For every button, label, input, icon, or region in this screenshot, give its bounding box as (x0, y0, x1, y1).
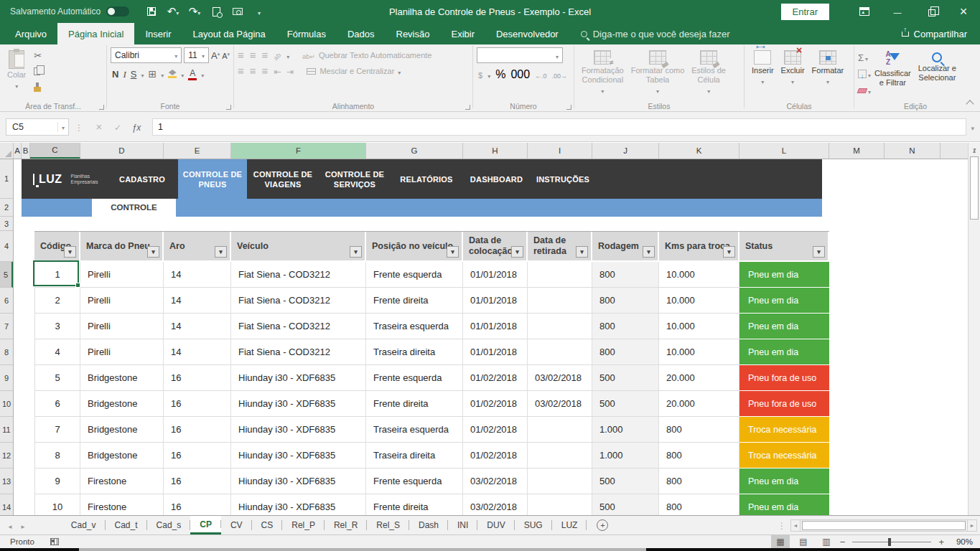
cell-veiculo[interactable]: Hiunday i30 - XDF6835 (231, 494, 366, 515)
row-header-4[interactable]: 4 (0, 231, 13, 262)
cell-posicao[interactable]: Frente direita (366, 494, 463, 515)
new-sheet-button[interactable] (597, 519, 608, 531)
vertical-scrollbar[interactable] (968, 143, 980, 515)
filter-dropdown-button[interactable] (643, 246, 655, 258)
sheet-tab-rel-p[interactable]: Rel_P (282, 516, 325, 534)
cell-marca[interactable]: Bridgestone (80, 391, 164, 417)
cell-colocacao[interactable]: 03/02/2018 (463, 468, 528, 494)
align-middle-button[interactable] (250, 49, 256, 62)
cell-posicao[interactable]: Frente esquerda (366, 262, 463, 288)
cell-kms[interactable]: 10.000 (659, 262, 739, 288)
cell-kms[interactable]: 10.000 (659, 339, 739, 365)
share-button[interactable]: Compartilhar (902, 23, 980, 44)
name-box[interactable]: C5 (6, 118, 69, 136)
row-header-5[interactable]: 5 (0, 262, 13, 288)
status-badge[interactable]: Troca necessária (739, 443, 829, 468)
cell-retirada[interactable] (528, 494, 592, 515)
cell-retirada[interactable] (528, 417, 592, 443)
status-badge[interactable]: Pneu fora de uso (739, 365, 829, 391)
cell-marca[interactable]: Bridgestone (80, 443, 164, 468)
cell-veiculo[interactable]: Fiat Siena - COD3212 (231, 339, 366, 365)
column-header-D[interactable]: D (80, 143, 164, 159)
cell-rodagem[interactable]: 800 (592, 288, 659, 314)
filter-dropdown-button[interactable] (576, 246, 588, 258)
chevron-down-icon[interactable] (181, 67, 184, 80)
italic-button[interactable] (123, 67, 126, 80)
align-right-button[interactable] (262, 65, 269, 77)
customize-qat-button[interactable] (250, 3, 269, 20)
insert-function-button[interactable] (128, 118, 145, 136)
tell-me-search[interactable]: Diga-me o que você deseja fazer (581, 23, 730, 44)
cell-posicao[interactable]: Traseira direita (366, 339, 463, 365)
bold-button[interactable] (112, 67, 118, 80)
underline-button[interactable] (131, 67, 137, 80)
restore-button[interactable] (914, 0, 947, 23)
sheet-tab-dash[interactable]: Dash (409, 516, 448, 534)
zoom-slider[interactable] (852, 542, 931, 542)
undo-dropdown-icon[interactable] (176, 5, 179, 18)
zoom-level[interactable]: 90% (948, 537, 973, 546)
column-header-J[interactable]: J (592, 143, 659, 159)
ribbon-tab-dados[interactable]: Dados (337, 23, 386, 44)
cell-veiculo[interactable]: Hiunday i30 - XDF6835 (231, 468, 366, 494)
cell-retirada[interactable] (528, 443, 592, 468)
column-header-F[interactable]: F (231, 143, 366, 159)
vertical-scroll-thumb[interactable] (970, 156, 979, 220)
cell-posicao[interactable]: Frente esquerda (366, 365, 463, 391)
cell-retirada[interactable]: 03/02/2018 (528, 365, 592, 391)
align-center-button[interactable] (250, 65, 256, 77)
cell-colocacao[interactable]: 01/01/2018 (463, 314, 528, 339)
cell-kms[interactable]: 800 (659, 494, 739, 515)
cell-marca[interactable]: Bridgestone (80, 365, 164, 391)
cell-retirada[interactable] (528, 339, 592, 365)
redo-dropdown-icon[interactable] (197, 5, 200, 18)
clear-button[interactable] (858, 83, 871, 98)
sheet-tab-ini[interactable]: INI (448, 516, 477, 534)
dialog-launcher-icon[interactable] (99, 105, 104, 110)
close-button[interactable] (947, 0, 980, 23)
previous-sheet-icon[interactable] (7, 519, 13, 532)
cell-marca[interactable]: Pirelli (80, 339, 164, 365)
status-badge[interactable]: Pneu em dia (739, 288, 829, 314)
cell-kms[interactable]: 10.000 (659, 314, 739, 339)
autosave-toggle[interactable] (106, 6, 129, 17)
chevron-down-icon[interactable] (141, 67, 144, 80)
wrap-text-button[interactable]: Quebrar Texto Automaticamente (302, 49, 431, 62)
dialog-launcher-icon[interactable] (465, 105, 470, 110)
camera-button[interactable] (228, 3, 247, 20)
row-header-12[interactable]: 12 (0, 443, 13, 468)
cell-marca[interactable]: Firestone (80, 468, 164, 494)
status-badge[interactable]: Pneu em dia (739, 314, 829, 339)
cell-rodagem[interactable]: 800 (592, 339, 659, 365)
row-header-7[interactable]: 7 (0, 314, 13, 339)
column-header-G[interactable]: G (366, 143, 463, 159)
cell-aro[interactable]: 16 (164, 391, 231, 417)
confirm-entry-button[interactable] (109, 118, 126, 136)
select-all-corner[interactable] (0, 143, 14, 159)
row-header-8[interactable]: 8 (0, 339, 13, 365)
sign-in-button[interactable]: Entrar (781, 4, 829, 20)
cell-colocacao[interactable]: 01/01/2018 (463, 262, 528, 288)
filter-dropdown-button[interactable] (64, 246, 76, 258)
filter-dropdown-button[interactable] (350, 246, 362, 258)
cell-rodagem[interactable]: 1.000 (592, 417, 659, 443)
ribbon-tab-layout-da-p-gina[interactable]: Layout da Página (182, 23, 276, 44)
cell-aro[interactable]: 14 (164, 262, 231, 288)
cell-posicao[interactable]: Frente direita (366, 391, 463, 417)
filter-dropdown-button[interactable] (147, 246, 159, 258)
cell-colocacao[interactable]: 01/02/2018 (463, 365, 528, 391)
column-header-I[interactable]: I (528, 143, 592, 159)
autosum-button[interactable] (858, 50, 871, 65)
cell-retirada[interactable]: 03/02/2018 (528, 391, 592, 417)
align-left-button[interactable] (238, 65, 244, 77)
cell-posicao[interactable]: Traseira esquerda (366, 417, 463, 443)
expand-formula-bar-icon[interactable] (971, 121, 974, 133)
ribbon-tab-arquivo[interactable]: Arquivo (4, 23, 57, 44)
increase-decimal-button[interactable] (535, 68, 547, 81)
font-family-select[interactable]: Calibri (111, 47, 182, 63)
filter-dropdown-button[interactable] (723, 246, 735, 258)
sheet-tab-cp[interactable]: CP (190, 516, 221, 534)
cell-styles-button[interactable]: Estilos de Célula (688, 47, 729, 100)
cell-rodagem[interactable]: 1.000 (592, 443, 659, 468)
row-header-9[interactable]: 9 (0, 365, 13, 391)
